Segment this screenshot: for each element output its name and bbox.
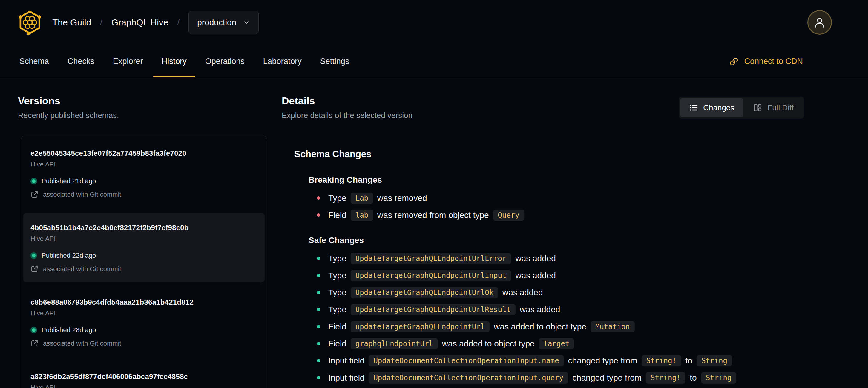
tab-label: Settings [320,57,349,66]
git-commit-link[interactable]: associated with Git commit [30,190,257,199]
top-bar: The Guild / GraphQL Hive / production [0,0,868,45]
tab-label: History [162,57,187,66]
target-selector-dropdown[interactable]: production [188,11,259,34]
change-text: was removed from object type [377,210,489,220]
version-published-label: Published 22d ago [41,252,96,260]
schema-coordinate-chip: UpdateDocumentCollectionOperationInput.q… [369,372,568,384]
git-commit-link[interactable]: associated with Git commit [30,339,257,347]
user-avatar-button[interactable] [807,10,832,35]
changes-toggle-label: Changes [703,103,734,112]
safe-bullet-icon [317,325,320,328]
change-text: changed type from [568,356,638,365]
changes-toggle-button[interactable]: Changes [680,98,743,117]
hive-logo-icon [17,9,43,36]
tab-settings[interactable]: Settings [312,45,358,78]
change-text: Input field [328,373,364,383]
breadcrumb-project[interactable]: GraphQL Hive [112,17,168,28]
change-text: was added [520,305,560,315]
change-row: Input fieldUpdateDocumentCollectionOpera… [309,369,868,386]
version-hash: a823f6db2a55df877dcf406006abca97fcc4858c [30,372,257,381]
published-status-dot [30,178,37,184]
schema-coordinate-chip: UpdateTargetGraphQLEndpointUrlInput [351,270,512,281]
breaking-changes-group: Breaking Changes TypeLabwas removedField… [282,175,868,223]
external-link-icon [30,339,38,347]
connect-to-cdn-link[interactable]: Connect to CDN [729,45,803,78]
schema-coordinate-chip: lab [351,210,373,221]
change-group-title: Safe Changes [309,236,868,245]
versions-subtitle: Recently published schemas. [18,111,268,120]
schema-coordinate-chip: String! [642,355,681,366]
change-text: Input field [328,356,364,365]
change-text: to [685,356,692,365]
active-tab-underline [153,76,195,78]
schema-coordinate-chip: UpdateTargetGraphQLEndpointUrlResult [351,304,516,316]
tab-schema[interactable]: Schema [11,45,57,78]
schema-coordinate-chip: Query [493,210,524,221]
change-text: Type [328,193,346,203]
change-text: to [690,373,696,383]
tab-bar: Schema Checks Explorer History Operation… [0,45,868,78]
details-header: Details Explore details of the selected … [282,95,868,120]
version-card[interactable]: c8b6e88a06793b9c4dfd54aaa21b36a1b421d812… [21,285,267,359]
details-title: Details [282,95,412,107]
version-hash: c8b6e88a06793b9c4dfd54aaa21b36a1b421d812 [30,298,257,306]
schema-coordinate-chip: UpdateTargetGraphQLEndpointUrlError [351,253,512,264]
breaking-bullet-icon [317,197,320,200]
schema-coordinate-chip: String [701,372,737,384]
change-text: Field [328,322,346,331]
connect-to-cdn-label: Connect to CDN [744,57,803,66]
change-row: FieldupdateTargetGraphQLEndpointUrlwas a… [309,318,868,335]
change-row: TypeUpdateTargetGraphQLEndpointUrlInputw… [309,267,868,284]
breaking-bullet-icon [317,213,320,217]
chevron-down-icon [243,19,250,26]
breadcrumb-org[interactable]: The Guild [52,17,91,28]
tab-label: Checks [67,57,94,66]
safe-bullet-icon [317,359,320,362]
tab-checks[interactable]: Checks [59,45,103,78]
change-text: Type [328,271,346,280]
tab-explorer[interactable]: Explorer [104,45,151,78]
safe-bullet-icon [317,308,320,311]
schema-coordinate-chip: Target [539,338,575,350]
version-service: Hive API [30,235,257,243]
change-text: was added to object type [442,339,535,349]
tab-laboratory[interactable]: Laboratory [255,45,310,78]
tab-history[interactable]: History [153,45,195,78]
version-published-label: Published 28d ago [41,326,96,334]
safe-bullet-icon [317,376,320,379]
change-text: was added to object type [494,322,586,331]
change-row: TypeUpdateTargetGraphQLEndpointUrlErrorw… [309,250,868,267]
change-group-title: Breaking Changes [309,175,868,185]
change-row: Input fieldUpdateDocumentCollectionOpera… [309,352,868,369]
link-icon [729,57,739,66]
full-diff-toggle-label: Full Diff [767,103,794,112]
version-service: Hive API [30,160,257,168]
change-list: TypeUpdateTargetGraphQLEndpointUrlErrorw… [309,250,868,386]
version-service: Hive API [30,384,257,388]
tab-operations[interactable]: Operations [197,45,253,78]
external-link-icon [30,190,38,199]
schema-coordinate-chip: String [696,355,732,366]
tab-label: Explorer [113,57,143,66]
split-diff-icon [753,103,762,112]
full-diff-toggle-button[interactable]: Full Diff [744,98,803,117]
change-list: TypeLabwas removedFieldlabwas removed fr… [309,189,868,223]
version-list: e2e55045345ce13fe07f52a77459b83fa3fe7020… [21,136,267,388]
change-text: Field [328,210,346,220]
version-card[interactable]: 4b05ab51b1b4a7e2e4b0ef82172f2b9f7ef98c0b… [23,213,265,282]
published-status-dot [30,252,37,259]
safe-bullet-icon [317,342,320,345]
version-card[interactable]: a823f6db2a55df877dcf406006abca97fcc4858c… [21,359,267,388]
schema-changes-title: Schema Changes [294,149,868,160]
version-hash: 4b05ab51b1b4a7e2e4b0ef82172f2b9f7ef98c0b [30,223,257,232]
app-root: The Guild / GraphQL Hive / production Sc… [0,0,868,388]
breadcrumb: The Guild / GraphQL Hive / production [17,9,259,36]
safe-bullet-icon [317,274,320,277]
version-card[interactable]: e2e55045345ce13fe07f52a77459b83fa3fe7020… [21,136,267,210]
user-icon [813,16,826,29]
details-subtitle: Explore details of the selected version [282,111,412,120]
git-commit-link[interactable]: associated with Git commit [30,265,257,273]
version-published-label: Published 21d ago [41,177,96,185]
change-text: Type [328,305,346,315]
safe-bullet-icon [317,257,320,260]
